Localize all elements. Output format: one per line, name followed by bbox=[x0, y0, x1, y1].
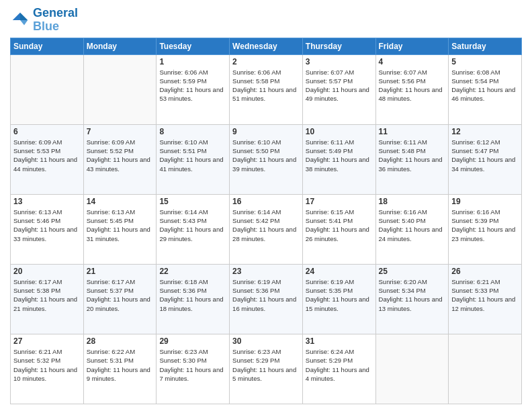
cell-info: Sunrise: 6:10 AM Sunset: 5:51 PM Dayligh… bbox=[159, 138, 226, 173]
cell-info: Sunrise: 6:08 AM Sunset: 5:54 PM Dayligh… bbox=[451, 68, 519, 103]
calendar-cell: 30Sunrise: 6:23 AM Sunset: 5:29 PM Dayli… bbox=[230, 334, 303, 404]
day-number: 31 bbox=[306, 336, 373, 346]
cell-info: Sunrise: 6:20 AM Sunset: 5:34 PM Dayligh… bbox=[379, 277, 446, 313]
day-number: 23 bbox=[232, 267, 300, 276]
cell-info: Sunrise: 6:09 AM Sunset: 5:52 PM Dayligh… bbox=[87, 138, 154, 173]
cell-info: Sunrise: 6:07 AM Sunset: 5:56 PM Dayligh… bbox=[379, 68, 446, 103]
calendar-cell: 27Sunrise: 6:21 AM Sunset: 5:32 PM Dayli… bbox=[11, 334, 84, 404]
logo-text: General Blue bbox=[33, 7, 78, 34]
calendar-cell bbox=[375, 334, 449, 404]
day-number: 20 bbox=[13, 267, 81, 276]
day-number: 26 bbox=[451, 267, 519, 276]
week-row-3: 13Sunrise: 6:13 AM Sunset: 5:46 PM Dayli… bbox=[11, 194, 522, 264]
week-row-4: 20Sunrise: 6:17 AM Sunset: 5:38 PM Dayli… bbox=[11, 264, 522, 334]
cell-info: Sunrise: 6:23 AM Sunset: 5:30 PM Dayligh… bbox=[159, 347, 226, 383]
calendar-cell: 14Sunrise: 6:13 AM Sunset: 5:45 PM Dayli… bbox=[83, 194, 157, 264]
weekday-wednesday: Wednesday bbox=[230, 38, 303, 54]
calendar-cell: 10Sunrise: 6:11 AM Sunset: 5:49 PM Dayli… bbox=[302, 124, 375, 194]
day-number: 17 bbox=[306, 197, 373, 206]
cell-info: Sunrise: 6:17 AM Sunset: 5:37 PM Dayligh… bbox=[87, 277, 154, 313]
weekday-saturday: Saturday bbox=[449, 38, 522, 54]
calendar-cell: 4Sunrise: 6:07 AM Sunset: 5:56 PM Daylig… bbox=[375, 54, 449, 124]
calendar-cell: 29Sunrise: 6:23 AM Sunset: 5:30 PM Dayli… bbox=[157, 334, 230, 404]
cell-info: Sunrise: 6:14 AM Sunset: 5:42 PM Dayligh… bbox=[232, 208, 300, 243]
day-number: 29 bbox=[159, 336, 226, 346]
cell-info: Sunrise: 6:07 AM Sunset: 5:57 PM Dayligh… bbox=[306, 68, 373, 103]
svg-marker-0 bbox=[20, 13, 28, 20]
calendar-cell: 16Sunrise: 6:14 AM Sunset: 5:42 PM Dayli… bbox=[230, 194, 303, 264]
day-number: 3 bbox=[306, 57, 373, 66]
cell-info: Sunrise: 6:12 AM Sunset: 5:47 PM Dayligh… bbox=[451, 138, 519, 173]
calendar-cell: 15Sunrise: 6:14 AM Sunset: 5:43 PM Dayli… bbox=[157, 194, 230, 264]
calendar-cell bbox=[11, 54, 84, 124]
day-number: 19 bbox=[451, 197, 519, 206]
day-number: 13 bbox=[13, 197, 81, 206]
day-number: 30 bbox=[232, 336, 300, 346]
calendar-cell: 1Sunrise: 6:06 AM Sunset: 5:59 PM Daylig… bbox=[157, 54, 230, 124]
calendar-cell: 17Sunrise: 6:15 AM Sunset: 5:41 PM Dayli… bbox=[302, 194, 375, 264]
day-number: 7 bbox=[87, 127, 154, 136]
weekday-thursday: Thursday bbox=[302, 38, 375, 54]
cell-info: Sunrise: 6:16 AM Sunset: 5:39 PM Dayligh… bbox=[451, 208, 519, 243]
cell-info: Sunrise: 6:15 AM Sunset: 5:41 PM Dayligh… bbox=[306, 208, 373, 243]
day-number: 18 bbox=[379, 197, 446, 206]
calendar-cell: 12Sunrise: 6:12 AM Sunset: 5:47 PM Dayli… bbox=[449, 124, 522, 194]
calendar-cell: 9Sunrise: 6:10 AM Sunset: 5:50 PM Daylig… bbox=[230, 124, 303, 194]
calendar-cell bbox=[449, 334, 522, 404]
calendar-cell: 18Sunrise: 6:16 AM Sunset: 5:40 PM Dayli… bbox=[375, 194, 449, 264]
calendar-cell: 22Sunrise: 6:18 AM Sunset: 5:36 PM Dayli… bbox=[157, 264, 230, 334]
calendar-cell: 20Sunrise: 6:17 AM Sunset: 5:38 PM Dayli… bbox=[11, 264, 84, 334]
logo: General Blue bbox=[10, 7, 78, 34]
logo-icon bbox=[10, 10, 30, 30]
calendar-cell: 21Sunrise: 6:17 AM Sunset: 5:37 PM Dayli… bbox=[83, 264, 157, 334]
day-number: 8 bbox=[159, 127, 226, 136]
week-row-2: 6Sunrise: 6:09 AM Sunset: 5:53 PM Daylig… bbox=[11, 124, 522, 194]
cell-info: Sunrise: 6:17 AM Sunset: 5:38 PM Dayligh… bbox=[13, 277, 81, 313]
calendar-cell: 26Sunrise: 6:21 AM Sunset: 5:33 PM Dayli… bbox=[449, 264, 522, 334]
cell-info: Sunrise: 6:19 AM Sunset: 5:36 PM Dayligh… bbox=[232, 277, 300, 313]
cell-info: Sunrise: 6:14 AM Sunset: 5:43 PM Dayligh… bbox=[159, 208, 226, 243]
cell-info: Sunrise: 6:06 AM Sunset: 5:59 PM Dayligh… bbox=[159, 68, 226, 103]
week-row-5: 27Sunrise: 6:21 AM Sunset: 5:32 PM Dayli… bbox=[11, 334, 522, 404]
day-number: 4 bbox=[379, 57, 446, 66]
cell-info: Sunrise: 6:16 AM Sunset: 5:40 PM Dayligh… bbox=[379, 208, 446, 243]
calendar-cell: 5Sunrise: 6:08 AM Sunset: 5:54 PM Daylig… bbox=[449, 54, 522, 124]
header: General Blue bbox=[10, 7, 522, 34]
cell-info: Sunrise: 6:09 AM Sunset: 5:53 PM Dayligh… bbox=[13, 138, 81, 173]
cell-info: Sunrise: 6:11 AM Sunset: 5:49 PM Dayligh… bbox=[306, 138, 373, 173]
cell-info: Sunrise: 6:22 AM Sunset: 5:31 PM Dayligh… bbox=[87, 347, 154, 383]
calendar-cell: 11Sunrise: 6:11 AM Sunset: 5:48 PM Dayli… bbox=[375, 124, 449, 194]
week-row-1: 1Sunrise: 6:06 AM Sunset: 5:59 PM Daylig… bbox=[11, 54, 522, 124]
day-number: 27 bbox=[13, 336, 81, 346]
calendar-cell: 31Sunrise: 6:24 AM Sunset: 5:29 PM Dayli… bbox=[302, 334, 375, 404]
calendar-cell bbox=[83, 54, 157, 124]
cell-info: Sunrise: 6:11 AM Sunset: 5:48 PM Dayligh… bbox=[379, 138, 446, 173]
day-number: 2 bbox=[232, 57, 300, 66]
cell-info: Sunrise: 6:13 AM Sunset: 5:45 PM Dayligh… bbox=[87, 208, 154, 243]
calendar-cell: 28Sunrise: 6:22 AM Sunset: 5:31 PM Dayli… bbox=[83, 334, 157, 404]
day-number: 25 bbox=[379, 267, 446, 276]
day-number: 10 bbox=[306, 127, 373, 136]
cell-info: Sunrise: 6:21 AM Sunset: 5:32 PM Dayligh… bbox=[13, 347, 81, 383]
day-number: 5 bbox=[451, 57, 519, 66]
page: General Blue SundayMondayTuesdayWednesda… bbox=[0, 0, 532, 411]
cell-info: Sunrise: 6:18 AM Sunset: 5:36 PM Dayligh… bbox=[159, 277, 226, 313]
day-number: 1 bbox=[159, 57, 226, 66]
weekday-monday: Monday bbox=[83, 38, 157, 54]
calendar-cell: 19Sunrise: 6:16 AM Sunset: 5:39 PM Dayli… bbox=[449, 194, 522, 264]
day-number: 6 bbox=[13, 127, 81, 136]
cell-info: Sunrise: 6:06 AM Sunset: 5:58 PM Dayligh… bbox=[232, 68, 300, 103]
day-number: 15 bbox=[159, 197, 226, 206]
day-number: 14 bbox=[87, 197, 154, 206]
cell-info: Sunrise: 6:23 AM Sunset: 5:29 PM Dayligh… bbox=[232, 347, 300, 383]
calendar-cell: 23Sunrise: 6:19 AM Sunset: 5:36 PM Dayli… bbox=[230, 264, 303, 334]
calendar-table: SundayMondayTuesdayWednesdayThursdayFrid… bbox=[10, 38, 522, 404]
calendar-cell: 13Sunrise: 6:13 AM Sunset: 5:46 PM Dayli… bbox=[11, 194, 84, 264]
svg-marker-2 bbox=[13, 13, 20, 20]
weekday-friday: Friday bbox=[375, 38, 449, 54]
cell-info: Sunrise: 6:10 AM Sunset: 5:50 PM Dayligh… bbox=[232, 138, 300, 173]
weekday-header-row: SundayMondayTuesdayWednesdayThursdayFrid… bbox=[11, 38, 522, 54]
day-number: 21 bbox=[87, 267, 154, 276]
day-number: 24 bbox=[306, 267, 373, 276]
weekday-tuesday: Tuesday bbox=[157, 38, 230, 54]
